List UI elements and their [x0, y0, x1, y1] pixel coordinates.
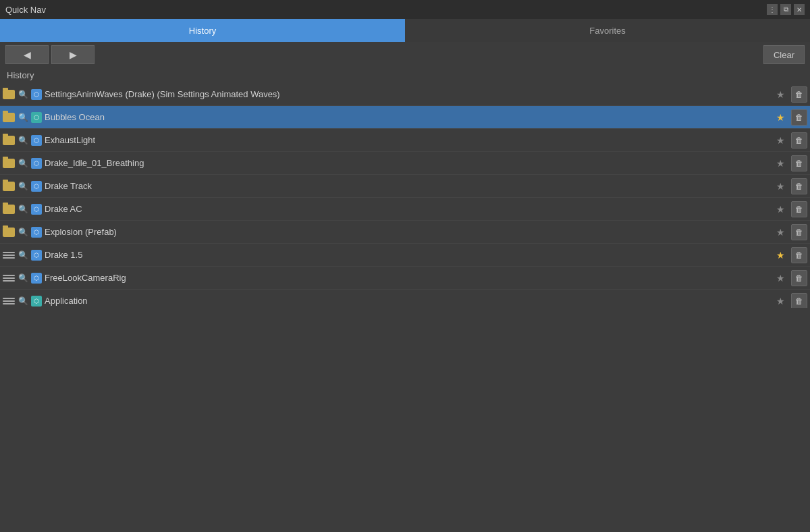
item-type-icon: ⬡ [31, 112, 42, 123]
row-actions: ★ 🗑 [772, 201, 807, 217]
row-actions: ★ 🗑 [772, 293, 807, 308]
search-icon: 🔍 [18, 112, 28, 123]
folder-icon [3, 182, 15, 191]
delete-button[interactable]: 🗑 [791, 109, 807, 126]
tab-favorites[interactable]: Favorites [405, 19, 810, 42]
item-type-icon: ⬡ [31, 250, 42, 261]
clear-button[interactable]: Clear [763, 45, 805, 64]
item-name: SettingsAnimWaves (Drake) (Sim Settings … [45, 89, 770, 99]
list-item[interactable]: 🔍 ⬡ FreeLookCameraRig ★ 🗑 [0, 267, 810, 290]
section-label: History [0, 68, 810, 83]
folder-icon [3, 205, 15, 214]
delete-button[interactable]: 🗑 [791, 247, 807, 263]
folder-icon [3, 90, 15, 99]
delete-button[interactable]: 🗑 [791, 201, 807, 217]
lines-icon [3, 250, 15, 260]
search-icon: 🔍 [18, 158, 28, 169]
row-actions: ★ 🗑 [772, 86, 807, 103]
star-button[interactable]: ★ [772, 270, 788, 286]
window-title: Quick Nav [5, 5, 46, 15]
lines-icon [3, 273, 15, 283]
restore-button[interactable]: ⧉ [780, 4, 791, 15]
menu-button[interactable]: ⋮ [767, 4, 778, 15]
list-item[interactable]: 🔍 ⬡ Drake_Idle_01_Breathing ★ 🗑 [0, 152, 810, 175]
item-type-icon: ⬡ [31, 135, 42, 146]
item-type-icon: ⬡ [31, 296, 42, 307]
folder-icon [3, 228, 15, 237]
history-list: 🔍 ⬡ SettingsAnimWaves (Drake) (Sim Setti… [0, 83, 810, 308]
row-actions: ★ 🗑 [772, 178, 807, 194]
item-name: FreeLookCameraRig [45, 273, 770, 283]
title-bar-controls: ⋮ ⧉ ✕ [767, 4, 805, 15]
search-icon: 🔍 [18, 204, 28, 215]
back-button[interactable]: ◀ [5, 45, 49, 64]
search-icon: 🔍 [18, 227, 28, 238]
delete-button[interactable]: 🗑 [791, 293, 807, 308]
folder-icon [3, 113, 15, 122]
star-button[interactable]: ★ [772, 293, 788, 308]
title-bar: Quick Nav ⋮ ⧉ ✕ [0, 0, 810, 19]
search-icon: 🔍 [18, 181, 28, 192]
delete-button[interactable]: 🗑 [791, 155, 807, 171]
item-name: Drake_Idle_01_Breathing [45, 158, 770, 168]
bottom-area [0, 308, 810, 533]
list-item[interactable]: 🔍 ⬡ SettingsAnimWaves (Drake) (Sim Setti… [0, 83, 810, 106]
delete-button[interactable]: 🗑 [791, 270, 807, 286]
row-left-icons: 🔍 ⬡ [3, 112, 42, 123]
star-button[interactable]: ★ [772, 201, 788, 217]
star-button[interactable]: ★ [772, 224, 788, 240]
row-actions: ★ 🗑 [772, 155, 807, 171]
list-item[interactable]: 🔍 ⬡ Drake AC ★ 🗑 [0, 198, 810, 221]
star-button[interactable]: ★ [772, 132, 788, 149]
row-actions: ★ 🗑 [772, 224, 807, 240]
forward-button[interactable]: ▶ [51, 45, 94, 64]
row-left-icons: 🔍 ⬡ [3, 250, 42, 261]
tab-history[interactable]: History [0, 19, 405, 42]
search-icon: 🔍 [18, 135, 28, 146]
star-button[interactable]: ★ [772, 86, 788, 103]
delete-button[interactable]: 🗑 [791, 86, 807, 103]
row-actions: ★ 🗑 [772, 247, 807, 263]
delete-button[interactable]: 🗑 [791, 178, 807, 194]
list-item[interactable]: 🔍 ⬡ Bubbles Ocean ★ 🗑 [0, 106, 810, 129]
quick-nav-window: Quick Nav ⋮ ⧉ ✕ History Favorites ◀ ▶ Cl… [0, 0, 810, 532]
lines-icon [3, 296, 15, 306]
row-left-icons: 🔍 ⬡ [3, 158, 42, 169]
list-item[interactable]: 🔍 ⬡ Drake Track ★ 🗑 [0, 175, 810, 198]
row-left-icons: 🔍 ⬡ [3, 273, 42, 284]
row-actions: ★ 🗑 [772, 132, 807, 149]
row-actions: ★ 🗑 [772, 270, 807, 286]
list-item[interactable]: 🔍 ⬡ ExhaustLight ★ 🗑 [0, 129, 810, 152]
delete-button[interactable]: 🗑 [791, 132, 807, 149]
item-type-icon: ⬡ [31, 227, 42, 238]
search-icon: 🔍 [18, 89, 28, 100]
search-icon: 🔍 [18, 273, 28, 284]
nav-bar: ◀ ▶ Clear [0, 42, 810, 68]
list-item[interactable]: 🔍 ⬡ Application ★ 🗑 [0, 290, 810, 308]
search-icon: 🔍 [18, 250, 28, 261]
star-button[interactable]: ★ [772, 247, 788, 263]
item-name: Application [45, 296, 770, 306]
tabs-bar: History Favorites [0, 19, 810, 42]
folder-icon [3, 136, 15, 145]
star-button[interactable]: ★ [772, 178, 788, 194]
row-left-icons: 🔍 ⬡ [3, 181, 42, 192]
item-name: Drake 1.5 [45, 250, 770, 260]
item-type-icon: ⬡ [31, 181, 42, 192]
star-button[interactable]: ★ [772, 155, 788, 171]
item-type-icon: ⬡ [31, 273, 42, 284]
star-button[interactable]: ★ [772, 109, 788, 126]
list-item[interactable]: 🔍 ⬡ Explosion (Prefab) ★ 🗑 [0, 221, 810, 244]
row-left-icons: 🔍 ⬡ [3, 135, 42, 146]
item-name: Drake AC [45, 204, 770, 214]
row-left-icons: 🔍 ⬡ [3, 296, 42, 307]
item-type-icon: ⬡ [31, 89, 42, 100]
list-item[interactable]: 🔍 ⬡ Drake 1.5 ★ 🗑 [0, 244, 810, 267]
close-button[interactable]: ✕ [794, 4, 805, 15]
delete-button[interactable]: 🗑 [791, 224, 807, 240]
row-actions: ★ 🗑 [772, 109, 807, 126]
folder-icon [3, 159, 15, 168]
nav-buttons: ◀ ▶ [5, 45, 94, 64]
item-type-icon: ⬡ [31, 204, 42, 215]
row-left-icons: 🔍 ⬡ [3, 204, 42, 215]
